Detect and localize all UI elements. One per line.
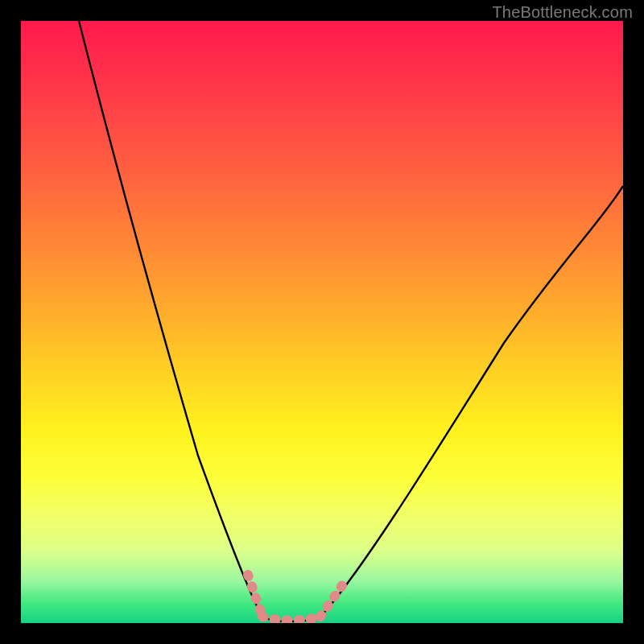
marker-right [320,584,343,617]
marker-bottom [262,617,320,621]
bottleneck-curve-svg [21,21,623,623]
plot-area [21,21,623,623]
marker-left [248,575,262,617]
watermark-text: TheBottleneck.com [492,3,633,22]
curve-right [320,186,623,617]
curve-left [79,21,262,617]
chart-frame: TheBottleneck.com [0,0,644,644]
